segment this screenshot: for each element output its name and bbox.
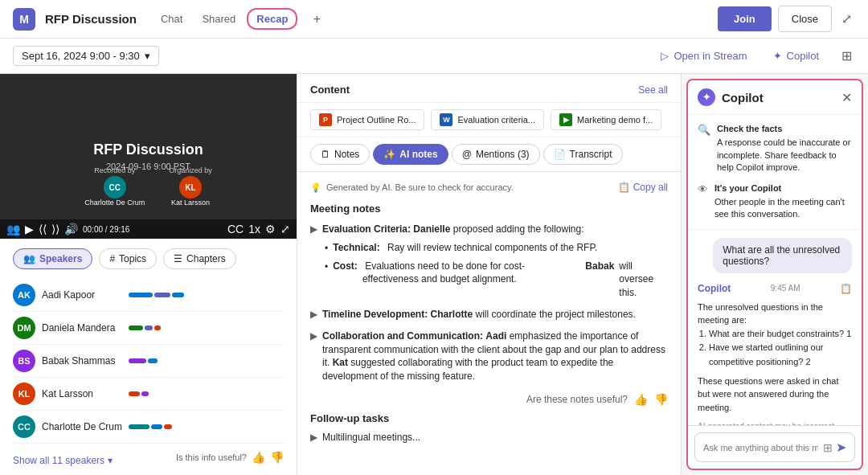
tab-speakers[interactable]: 👥 Speakers xyxy=(13,248,92,269)
copilot-toggle-button[interactable]: ✦ Copilot xyxy=(767,47,825,65)
speaker-name: Charlotte De Crum xyxy=(42,421,122,432)
bot-message-header: Copilot 9:45 AM 📋 xyxy=(698,281,852,296)
close-meeting-button[interactable]: Close xyxy=(778,6,832,32)
chevron-right-icon: ▶ xyxy=(310,330,317,342)
expand-button[interactable]: ⤢ xyxy=(838,8,855,30)
speaker-bars xyxy=(129,293,284,297)
recorded-by-group: Recorded by CC Charlotte De Crum xyxy=(84,166,145,207)
file-chip[interactable]: P Project Outline Ro... xyxy=(310,109,424,130)
header: M RFP Discussion Chat Shared Recap + Joi… xyxy=(0,0,868,39)
note-header[interactable]: ▶ Evaluation Criteria: Danielle proposed… xyxy=(310,223,668,236)
settings-video-button[interactable]: ⚙ xyxy=(265,223,276,235)
video-title: RFP Discussion xyxy=(93,141,203,158)
follow-up-header[interactable]: ▶ Multilingual meetings... xyxy=(310,431,668,444)
content-header: Content See all xyxy=(297,74,681,103)
tab-chat[interactable]: Chat xyxy=(153,8,190,30)
file-chip[interactable]: ▶ Marketing demo f... xyxy=(551,109,661,130)
settings-icon[interactable]: ⊞ xyxy=(838,45,855,67)
list-item: KL Kat Larsson xyxy=(13,378,284,411)
input-actions: ⊞ ➤ xyxy=(823,440,846,455)
tab-chapters[interactable]: ☰ Chapters xyxy=(163,248,236,269)
organized-by-group: Organized by KL Kat Larsson xyxy=(169,166,212,207)
chevron-right-icon: ▶ xyxy=(310,432,317,443)
copilot-icon: ✦ xyxy=(773,50,782,62)
open-in-stream-button[interactable]: ▷ Open in Stream xyxy=(654,47,753,65)
tab-topics[interactable]: # Topics xyxy=(99,248,157,269)
chevron-right-icon: ▶ xyxy=(310,223,317,235)
fullscreen-button[interactable]: ⤢ xyxy=(280,223,290,235)
copy-message-button[interactable]: 📋 xyxy=(840,283,852,294)
tab-ai-notes[interactable]: ✨ AI notes xyxy=(373,144,448,165)
forward-button[interactable]: ⟩⟩ xyxy=(51,223,59,235)
ppt-icon: P xyxy=(319,113,332,126)
avatar-small-icon[interactable]: 👥 xyxy=(6,223,20,235)
caption-button[interactable]: CC xyxy=(227,223,244,235)
speaker-panel: 👥 Speakers # Topics ☰ Chapters AK Aadi K… xyxy=(0,239,297,475)
list-item: Have we started outlining our competitiv… xyxy=(709,341,852,369)
list-item: CC Charlotte De Crum xyxy=(13,411,284,444)
copilot-input[interactable] xyxy=(703,443,818,452)
join-button[interactable]: Join xyxy=(718,6,772,31)
follow-up-item: Multilingual meetings... xyxy=(322,431,420,444)
transcript-icon: 📄 xyxy=(554,149,566,160)
tab-notes[interactable]: 🗒 Notes xyxy=(310,144,370,165)
ai-notice-row: 💡 Generated by AI. Be sure to check for … xyxy=(310,182,668,193)
ai-icon: ✨ xyxy=(383,149,395,160)
header-actions: Join Close ⤢ xyxy=(718,6,855,32)
speaker-tabs: 👥 Speakers # Topics ☰ Chapters xyxy=(13,248,284,269)
note-body: Technical: Ray will review technical com… xyxy=(325,241,668,300)
video-player[interactable]: RFP Discussion 2024-09-16 9:00 PST Recor… xyxy=(0,74,297,239)
date-label: Sept 16, 2024 9:00 - 9:30 xyxy=(22,50,140,62)
time-display: 00:00 / 29:16 xyxy=(83,225,129,234)
check-facts-notice: 🔍 Check the facts A response could be in… xyxy=(698,123,852,174)
play-button[interactable]: ▶ xyxy=(25,223,34,235)
organized-by-avatar: KL xyxy=(179,176,202,199)
send-button[interactable]: ➤ xyxy=(836,440,846,455)
tab-recap[interactable]: Recap xyxy=(247,8,297,30)
speaker-bars xyxy=(129,424,284,429)
tab-shared[interactable]: Shared xyxy=(194,8,244,30)
bot-message: Copilot 9:45 AM 📋 The unresolved questio… xyxy=(698,281,852,425)
thumbs-down-notes-button[interactable]: 👎 xyxy=(654,393,668,406)
note-title: Timeline Development: Charlotte will coo… xyxy=(322,308,636,321)
word-icon: W xyxy=(440,113,452,126)
chevron-down-icon: ▾ xyxy=(108,455,113,466)
speaker-bars xyxy=(129,358,284,363)
notice-text: It's your Copilot Other people in the me… xyxy=(714,182,852,221)
avatar: BS xyxy=(13,350,35,372)
list-item: AK Aadi Kapoor xyxy=(13,279,284,312)
see-all-button[interactable]: See all xyxy=(638,84,668,96)
date-selector[interactable]: Sept 16, 2024 9:00 - 9:30 ▾ xyxy=(13,46,159,66)
grid-input-icon[interactable]: ⊞ xyxy=(823,441,833,454)
speed-button[interactable]: 1x xyxy=(248,223,260,235)
speakers-icon: 👥 xyxy=(23,253,35,264)
file-chip[interactable]: W Evaluation criteria... xyxy=(431,109,544,130)
volume-button[interactable]: 🔊 xyxy=(64,223,78,235)
video-controls: 👥 ▶ ⟨⟨ ⟩⟩ 🔊 00:00 / 29:16 CC 1x ⚙ ⤢ xyxy=(0,219,297,239)
menu-icon: ☰ xyxy=(174,253,182,264)
note-section: ▶ Evaluation Criteria: Danielle proposed… xyxy=(310,223,668,300)
thumbs-down-button[interactable]: 👎 xyxy=(270,451,284,464)
file-name: Marketing demo f... xyxy=(577,115,653,125)
useful-row: Are these notes useful? 👍 👎 xyxy=(310,393,668,406)
show-all-speakers[interactable]: Show all 11 speakers ▾ xyxy=(13,455,113,466)
rewind-button[interactable]: ⟨⟨ xyxy=(39,223,47,235)
add-tab-button[interactable]: + xyxy=(307,10,326,29)
note-header[interactable]: ▶ Collaboration and Communication: Aadi … xyxy=(310,330,668,383)
info-useful: Is this info useful? 👍 👎 xyxy=(176,451,284,464)
close-copilot-button[interactable]: ✕ xyxy=(841,90,852,105)
thumbs-up-notes-button[interactable]: 👍 xyxy=(634,393,648,406)
copy-all-button[interactable]: 📋 Copy all xyxy=(618,182,668,193)
note-bullet: Cost: Evaluations need to be done for co… xyxy=(325,260,668,300)
copilot-logo: ✦ xyxy=(698,88,715,106)
bot-list: What are their budget constraints? 1 Hav… xyxy=(709,327,852,370)
avatar: KL xyxy=(13,383,35,405)
speaker-name: Babak Shammas xyxy=(42,355,122,366)
tab-mentions[interactable]: @ Mentions (3) xyxy=(452,144,540,165)
copilot-title: ✦ Copilot xyxy=(698,88,764,106)
note-header[interactable]: ▶ Timeline Development: Charlotte will c… xyxy=(310,308,668,321)
copilot-panel: ✦ Copilot ✕ 🔍 Check the facts A response… xyxy=(686,79,863,470)
bot-name: Copilot xyxy=(698,281,731,296)
thumbs-up-button[interactable]: 👍 xyxy=(252,451,265,464)
tab-transcript[interactable]: 📄 Transcript xyxy=(543,144,623,165)
